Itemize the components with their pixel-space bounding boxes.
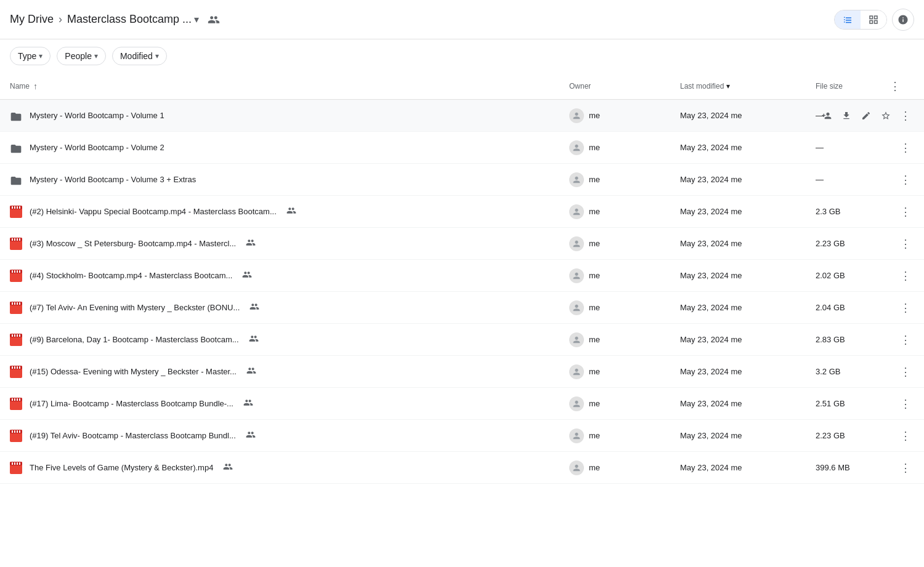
owner-cell: me (569, 300, 680, 315)
file-name-cell: The Five Levels of Game (Mystery & Becks… (10, 462, 569, 474)
size-cell: 2.23 GB (816, 239, 890, 248)
table-row[interactable]: (#17) Lima- Bootcamp - Masterclass Bootc… (0, 388, 924, 420)
more-options-btn[interactable]: ⋮ (897, 203, 914, 220)
owner-name: me (589, 175, 600, 184)
svg-rect-38 (12, 398, 13, 401)
table-row[interactable]: (#9) Barcelona, Day 1- Bootcamp - Master… (0, 324, 924, 356)
more-options-btn[interactable]: ⋮ (897, 331, 914, 348)
info-btn[interactable] (892, 9, 914, 31)
owner-cell: me (569, 332, 680, 347)
info-icon (898, 14, 909, 25)
size-cell: 2.04 GB (816, 303, 890, 312)
svg-rect-11 (19, 238, 20, 241)
video-icon (10, 430, 22, 442)
type-filter-btn[interactable]: Type ▾ (10, 47, 51, 65)
modified-cell: May 23, 2024 me (680, 367, 816, 376)
more-options-btn[interactable]: ⋮ (897, 395, 914, 412)
video-icon (10, 238, 22, 250)
shared-icon (246, 430, 256, 441)
owner-name: me (589, 207, 600, 216)
file-name-cell: Mystery - World Bootcamp - Volume 3 + Ex… (10, 174, 569, 186)
more-options-btn[interactable]: ⋮ (897, 299, 914, 316)
owner-cell: me (569, 140, 680, 155)
row-actions: ⋮ (890, 235, 914, 252)
modified-filter-btn[interactable]: Modified ▾ (112, 47, 167, 65)
download-btn[interactable] (838, 107, 855, 124)
table-row[interactable]: The Five Levels of Game (Mystery & Becks… (0, 452, 924, 484)
table-row[interactable]: (#7) Tel Aviv- An Evening with Mystery _… (0, 292, 924, 324)
svg-rect-21 (14, 302, 15, 305)
file-name-cell: Mystery - World Bootcamp - Volume 2 (10, 142, 569, 154)
video-icon (10, 334, 22, 346)
people-filter-btn[interactable]: People ▾ (57, 47, 106, 65)
table-row[interactable]: Mystery - World Bootcamp - Volume 2 me M… (0, 132, 924, 164)
svg-rect-9 (14, 238, 15, 241)
owner-avatar (569, 364, 584, 379)
table-row[interactable]: (#3) Moscow _ St Petersburg- Bootcamp.mp… (0, 228, 924, 260)
owner-avatar (569, 204, 584, 219)
svg-rect-44 (12, 430, 13, 433)
shared-people-btn[interactable] (204, 10, 224, 30)
my-drive-link[interactable]: My Drive (10, 13, 54, 26)
modified-cell: May 23, 2024 me (680, 431, 816, 440)
table-row[interactable]: (#15) Odessa- Evening with Mystery _ Bec… (0, 356, 924, 388)
more-options-btn[interactable]: ⋮ (897, 171, 914, 188)
owner-avatar (569, 460, 584, 475)
more-options-btn[interactable]: ⋮ (897, 427, 914, 444)
file-name: (#9) Barcelona, Day 1- Bootcamp - Master… (30, 335, 239, 344)
svg-rect-35 (19, 366, 20, 369)
file-name-cell: (#3) Moscow _ St Petersburg- Bootcamp.mp… (10, 238, 569, 250)
video-icon (10, 270, 22, 282)
folder-icon (10, 110, 22, 122)
current-folder-name: Masterclass Bootcamp ... ▾ (67, 13, 199, 26)
row-actions: ⋮ (890, 331, 914, 348)
add-person-btn[interactable] (818, 107, 835, 124)
video-icon (10, 206, 22, 218)
more-options-btn[interactable]: ⋮ (897, 363, 914, 380)
grid-view-btn[interactable] (861, 10, 886, 29)
more-options-btn[interactable]: ⋮ (897, 235, 914, 252)
svg-rect-10 (17, 238, 18, 241)
modified-cell: May 23, 2024 me (680, 239, 816, 248)
video-icon (10, 366, 22, 378)
owner-name: me (589, 143, 600, 152)
modified-cell: May 23, 2024 me (680, 111, 816, 120)
table-row[interactable]: (#2) Helsinki- Vappu Special Bootcamp.mp… (0, 196, 924, 228)
name-sort-arrow: ↑ (33, 81, 38, 91)
svg-rect-26 (12, 334, 13, 337)
table-row[interactable]: Mystery - World Bootcamp - Volume 1 me M… (0, 100, 924, 132)
more-options-btn[interactable]: ⋮ (897, 107, 914, 124)
more-vert-header[interactable]: ⋮ (890, 80, 901, 92)
col-size-header: File size (816, 82, 890, 90)
size-cell: 2.51 GB (816, 399, 890, 408)
breadcrumb: My Drive › Masterclass Bootcamp ... ▾ (10, 10, 834, 30)
svg-rect-40 (17, 398, 18, 401)
file-name: (#4) Stockholm- Bootcamp.mp4 - Mastercla… (30, 271, 232, 280)
owner-avatar (569, 396, 584, 411)
more-options-btn[interactable]: ⋮ (897, 139, 914, 156)
more-options-btn[interactable]: ⋮ (897, 267, 914, 284)
owner-cell: me (569, 204, 680, 219)
table-row[interactable]: Mystery - World Bootcamp - Volume 3 + Ex… (0, 164, 924, 196)
row-actions: ⋮ (890, 363, 914, 380)
more-options-btn[interactable]: ⋮ (897, 459, 914, 477)
table-row[interactable]: (#4) Stockholm- Bootcamp.mp4 - Mastercla… (0, 260, 924, 292)
owner-name: me (589, 399, 600, 408)
svg-rect-29 (19, 334, 20, 337)
col-modified-header[interactable]: Last modified ▾ (680, 82, 816, 90)
star-btn[interactable] (877, 107, 894, 124)
row-actions: ⋮ (890, 267, 914, 284)
table-row[interactable]: (#19) Tel Aviv- Bootcamp - Masterclass B… (0, 420, 924, 452)
edit-btn[interactable] (857, 107, 875, 124)
list-view-btn[interactable] (835, 10, 861, 29)
svg-rect-15 (14, 270, 15, 273)
row-actions: ⋮ (890, 459, 914, 477)
breadcrumb-separator: › (59, 13, 62, 26)
col-name-header[interactable]: Name ↑ (10, 81, 569, 91)
file-name: (#3) Moscow _ St Petersburg- Bootcamp.mp… (30, 239, 236, 248)
owner-cell: me (569, 396, 680, 411)
owner-name: me (589, 271, 600, 280)
row-actions: ⋮ (890, 107, 914, 124)
modified-sort-arrow: ▾ (726, 82, 730, 90)
folder-dropdown-btn[interactable]: ▾ (194, 14, 199, 25)
